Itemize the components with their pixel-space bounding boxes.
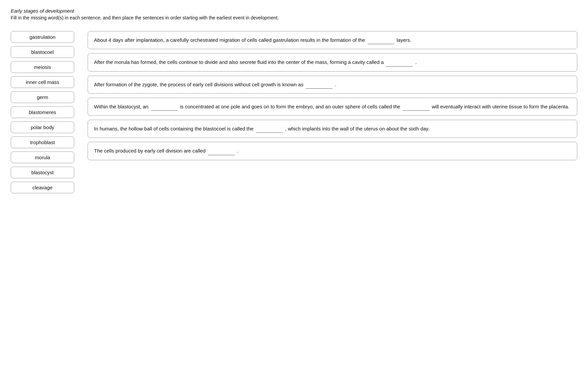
blank[interactable] xyxy=(306,81,332,89)
word-chip[interactable]: inner cell mass xyxy=(11,76,74,88)
sentence-box: In humans, the hollow ball of cells cont… xyxy=(88,120,577,138)
word-chip[interactable]: gastrulation xyxy=(11,31,74,43)
word-chip[interactable]: meiosis xyxy=(11,61,74,73)
blank[interactable] xyxy=(368,36,394,44)
sentence-box: After the morula has formed, the cells c… xyxy=(88,53,577,71)
sentence-text: In humans, the hollow ball of cells cont… xyxy=(94,126,429,131)
sentence-box: Within the blastocyst, an is concentrate… xyxy=(88,98,577,116)
page-title: Early stages of development xyxy=(11,8,577,14)
sentence-text: After the morula has formed, the cells c… xyxy=(94,59,417,65)
blank[interactable] xyxy=(403,103,429,111)
blank[interactable] xyxy=(151,103,178,111)
blank[interactable] xyxy=(256,125,283,133)
word-chip[interactable]: blastocoel xyxy=(11,46,74,58)
word-chip[interactable]: blastocyst xyxy=(11,167,74,178)
sentence-box: The cells produced by early cell divisio… xyxy=(88,142,577,160)
word-chip[interactable]: cleavage xyxy=(11,182,74,193)
sentence-text: About 4 days after implantation, a caref… xyxy=(94,37,411,43)
word-chip[interactable]: blastomeres xyxy=(11,106,74,118)
sentences-column: About 4 days after implantation, a caref… xyxy=(88,31,577,160)
word-chip[interactable]: polar body xyxy=(11,121,74,133)
sentence-text: After formation of the zygote, the proce… xyxy=(94,82,336,87)
word-chip[interactable]: germ xyxy=(11,91,74,103)
sentence-box: About 4 days after implantation, a caref… xyxy=(88,31,577,49)
word-chip[interactable]: morula xyxy=(11,152,74,163)
sentence-text: Within the blastocyst, an is concentrate… xyxy=(94,104,569,109)
blank[interactable] xyxy=(208,147,235,155)
blank[interactable] xyxy=(386,58,413,66)
sentence-text: The cells produced by early cell divisio… xyxy=(94,148,238,154)
sentence-box: After formation of the zygote, the proce… xyxy=(88,76,577,94)
page-subtitle: Fill in the missing word(s) in each sent… xyxy=(11,15,577,20)
word-chip[interactable]: trophoblast xyxy=(11,136,74,148)
word-bank: gastrulationblastocoelmeiosisinner cell … xyxy=(11,31,74,193)
